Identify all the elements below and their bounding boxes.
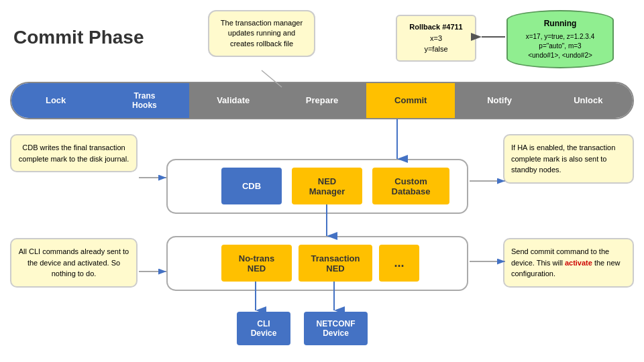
running-cylinder: Running x=17, y=true, z=1.2.3.4p="auto",… [506,10,614,68]
custom-database-label: CustomDatabase [392,176,431,196]
desc-box-ha: If HA is enabled, the transaction comple… [503,134,634,184]
ned-manager-box: NEDManager [292,168,362,204]
pipeline-step-notify: Notify [455,83,543,118]
pipeline-step-unlock: Unlock [544,83,633,118]
cli-device-label: CLIDevice [251,319,277,338]
page-title: Commit Phase [13,27,144,48]
pipeline-container: Lock TransHooks Validate Prepare Commit … [10,82,634,119]
top-bubble: The transaction manager updates running … [208,10,315,57]
running-label: Running [513,18,607,29]
ellipsis-label: ... [394,256,404,270]
desc-activate-text: activate [565,259,592,267]
pipeline-step-prepare: Prepare [278,83,366,118]
netconf-device-label: NETCONFDevice [317,319,356,338]
top-bubble-text: The transaction manager updates running … [221,19,303,48]
desc-box-ha-text: If HA is enabled, the transaction comple… [511,143,615,174]
transaction-ned-box: TransactionNED [299,245,372,282]
netconf-device-box: NETCONFDevice [304,312,368,345]
cdb-box: CDB [221,168,282,204]
pipeline-step-lock: Lock [11,83,100,118]
transaction-ned-label: TransactionNED [311,253,360,274]
rollback-title: Rollback #4711 [402,21,470,33]
desc-box-send-commit: Send commit command to the device. This … [503,238,634,288]
running-details: x=17, y=true, z=1.2.3.4p="auto", m=3<und… [513,32,607,60]
no-trans-ned-box: No-transNED [221,245,292,282]
cdb-label: CDB [242,181,261,191]
pipeline-step-validate: Validate [189,83,278,118]
rollback-box: Rollback #4711 x=3 y=false [396,15,476,62]
more-items-box: ... [379,245,419,282]
pipeline-step-transhooks: TransHooks [100,83,189,118]
desc-box-cdb: CDB writes the final transaction complet… [10,134,138,172]
pipeline-step-commit: Commit [366,83,455,118]
cli-device-box: CLIDevice [237,312,290,345]
desc-box-cli-text: All CLI commands already sent to the dev… [19,247,129,278]
rollback-line2: y=false [402,44,470,55]
custom-database-box: CustomDatabase [372,168,449,204]
ned-manager-label: NEDManager [309,176,345,196]
desc-box-cdb-text: CDB writes the final transaction complet… [19,143,129,163]
no-trans-ned-label: No-transNED [239,253,274,274]
desc-box-cli: All CLI commands already sent to the dev… [10,238,138,288]
rollback-line1: x=3 [402,33,470,44]
